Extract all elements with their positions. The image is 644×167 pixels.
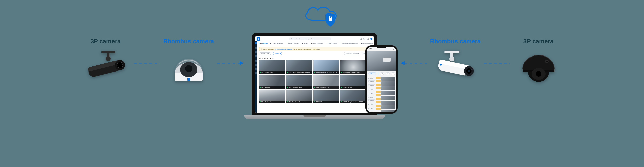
tab-doors[interactable]: Doors bbox=[301, 43, 308, 44]
secure-cloud-icon bbox=[301, 3, 344, 29]
settings-icon[interactable] bbox=[367, 38, 369, 40]
dome-camera-white-icon bbox=[167, 50, 210, 83]
badge-icon bbox=[286, 43, 287, 44]
tab-audio-gateways[interactable]: Audio Gateways bbox=[310, 43, 323, 44]
header-icon-group bbox=[360, 38, 372, 40]
notice-link[interactable]: 15 pre-registered devices bbox=[275, 48, 292, 50]
vehicle-icon bbox=[383, 58, 391, 62]
play-button-icon[interactable] bbox=[378, 72, 378, 75]
nav-devices-icon[interactable] bbox=[255, 42, 257, 44]
toolbar: Pause Alerts Actions ▾ ◎ Select Location… bbox=[257, 51, 374, 56]
nav-item-icon[interactable] bbox=[255, 47, 257, 49]
clip-thumbnail[interactable] bbox=[381, 81, 395, 86]
svg-rect-17 bbox=[187, 78, 190, 81]
bullet-camera-black-icon bbox=[84, 50, 127, 83]
camera-tile[interactable]: 1919 Kitchen bbox=[313, 90, 339, 103]
notice-banner: ⓘ Note: You have 15 pre-registered devic… bbox=[259, 47, 374, 51]
notifications-icon[interactable] bbox=[360, 38, 362, 40]
camera-tile[interactable]: 1919 Parking Lot Entrance R500 bbox=[340, 90, 366, 103]
svg-point-37 bbox=[546, 61, 548, 62]
camera-icon bbox=[259, 43, 261, 44]
scrub-fwd-button[interactable]: ⟳ bbox=[386, 72, 390, 75]
phone-frame: 2:32 ▮ GO LIVE ⟲ ⟳ ⇪ 12:00 PM 12:15 PST bbox=[365, 45, 398, 114]
label-3p-right: 3P camera bbox=[523, 38, 554, 45]
location-title: 1919 19th Street bbox=[259, 57, 275, 59]
actions-button[interactable]: Actions ▾ bbox=[273, 52, 282, 55]
svg-point-24 bbox=[449, 57, 454, 62]
arrow-left-2 bbox=[400, 38, 428, 88]
nav-item-icon[interactable] bbox=[255, 68, 257, 70]
camera-tile[interactable]: 1919 19th st Storage Room bbox=[340, 60, 366, 74]
bullet-camera-white-icon bbox=[434, 50, 477, 83]
audio-icon bbox=[310, 43, 312, 44]
diagram-row: 3P camera bbox=[0, 38, 644, 144]
global-search-input[interactable]: ⌕ Search locations, devices, and more bbox=[289, 37, 331, 40]
camera-tile[interactable]: 1919 19th Street - 7 D/510 - 24 FPS bbox=[313, 60, 339, 74]
camera-left-rhombus: Rhombus camera bbox=[161, 38, 216, 83]
nav-item-icon[interactable] bbox=[255, 72, 257, 74]
nav-item-icon[interactable] bbox=[255, 55, 257, 57]
arrow-right-1 bbox=[133, 38, 161, 88]
clip-thumbnail[interactable] bbox=[381, 96, 395, 100]
nav-item-icon[interactable] bbox=[255, 51, 257, 53]
clip-thumbnail[interactable] bbox=[381, 77, 395, 81]
door-sensor-icon bbox=[326, 43, 327, 44]
clip-thumbnail[interactable] bbox=[381, 110, 395, 112]
svg-point-16 bbox=[185, 65, 192, 72]
svg-rect-31 bbox=[440, 64, 442, 66]
console-screen: ◆ ⌕ Search locations, devices, and more bbox=[255, 36, 374, 113]
phone-video-feed[interactable] bbox=[367, 51, 396, 71]
help-icon[interactable] bbox=[370, 38, 372, 40]
svg-marker-19 bbox=[240, 61, 244, 65]
scrub-back-button[interactable]: ⟲ bbox=[380, 72, 384, 75]
timeline-scrubber[interactable] bbox=[376, 77, 381, 112]
camera-tile[interactable]: 1919 Courtyard R200 bbox=[313, 75, 339, 89]
dome-camera-black-icon bbox=[517, 50, 560, 83]
label-rhombus-right: Rhombus camera bbox=[430, 38, 481, 45]
clip-thumbnail[interactable] bbox=[381, 105, 395, 109]
tab-cameras[interactable]: Cameras bbox=[259, 43, 268, 44]
tab-video-intercoms[interactable]: Video Intercoms bbox=[270, 43, 283, 44]
tab-env-sensors[interactable]: Environmental Sensors bbox=[340, 43, 358, 44]
tab-motion-sensors[interactable]: Motion Sensors bbox=[360, 43, 373, 44]
share-button[interactable]: ⇪ bbox=[391, 72, 395, 75]
camera-tile[interactable]: 1919 19th St Front Entrance R510 bbox=[286, 60, 312, 74]
info-icon: ⓘ bbox=[261, 48, 262, 50]
intercom-icon bbox=[270, 43, 272, 44]
camera-tile[interactable]: 1919 Courtyard bbox=[340, 75, 366, 89]
phone-time: 2:32 bbox=[369, 48, 372, 50]
camera-right-rhombus: Rhombus camera bbox=[428, 38, 483, 83]
laptop-base bbox=[244, 115, 385, 119]
label-3p-left: 3P camera bbox=[91, 38, 121, 45]
clip-thumbnail[interactable] bbox=[381, 91, 395, 95]
camera-tile[interactable]: 1919 19th St Front bbox=[259, 60, 285, 74]
svg-point-3 bbox=[106, 56, 111, 61]
clock-icon[interactable] bbox=[363, 38, 365, 40]
motion-icon bbox=[360, 43, 362, 44]
laptop-frame: ◆ ⌕ Search locations, devices, and more bbox=[252, 33, 377, 116]
clip-thumbnail[interactable] bbox=[381, 101, 395, 105]
camera-left-3p: 3P camera bbox=[78, 38, 133, 83]
phone-screen: 2:32 ▮ GO LIVE ⟲ ⟳ ⇪ 12:00 PM 12:15 PST bbox=[367, 47, 396, 112]
pause-alerts-button[interactable]: Pause Alerts bbox=[259, 52, 271, 55]
nav-item-icon[interactable] bbox=[255, 60, 257, 62]
camera-tile[interactable]: 1919 Front Door Entrance bbox=[286, 90, 312, 103]
location-filter[interactable]: ◎ Select Location ▾ bbox=[344, 52, 360, 55]
timeline-marks: 12:00 PM 12:15 PST 11:45 PST 11:30 PST 1… bbox=[368, 77, 375, 112]
camera-tile[interactable]: 1919 Classroom R400 bbox=[286, 75, 312, 89]
env-icon bbox=[340, 43, 341, 44]
camera-tile[interactable]: 1919 AG Music bbox=[259, 75, 285, 89]
tab-door-sensors[interactable]: Door Sensors bbox=[326, 43, 337, 44]
phone-notch bbox=[377, 46, 386, 48]
tab-badge-readers[interactable]: Badge Readers bbox=[286, 43, 299, 44]
go-live-button[interactable]: GO LIVE bbox=[368, 72, 376, 75]
arrow-right-2 bbox=[216, 38, 244, 88]
clip-thumbnail[interactable] bbox=[381, 86, 395, 90]
device-type-tabs: Cameras Video Intercoms Badge Readers Do… bbox=[257, 41, 374, 46]
door-icon bbox=[301, 43, 303, 44]
search-placeholder: Search locations, devices, and more bbox=[291, 38, 316, 40]
nav-item-icon[interactable] bbox=[255, 64, 257, 66]
section-header: 1919 19th Street Device Names Clear Sele… bbox=[257, 56, 374, 60]
camera-tile[interactable]: 1919 Engineering bbox=[259, 90, 285, 103]
phone-timeline: 12:00 PM 12:15 PST 11:45 PST 11:30 PST 1… bbox=[367, 76, 396, 112]
